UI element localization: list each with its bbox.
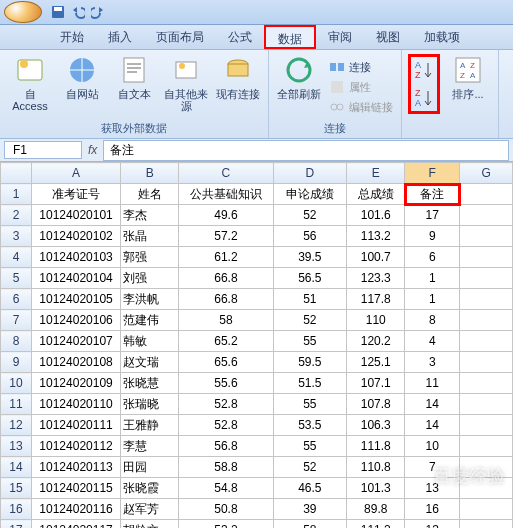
svg-point-14: [331, 104, 337, 110]
sort-desc-icon[interactable]: ZA: [413, 87, 435, 109]
formula-bar: F1 fx 备注: [0, 139, 513, 162]
table-row[interactable]: 1410124020113田园58.852110.87: [1, 457, 513, 478]
from-other-button[interactable]: 自其他来源: [162, 54, 210, 112]
svg-point-15: [337, 104, 343, 110]
name-box[interactable]: F1: [4, 141, 82, 159]
col-header-g[interactable]: G: [460, 163, 513, 184]
svg-text:A: A: [460, 61, 466, 70]
table-row[interactable]: 1010124020109张晓慧55.651.5107.111: [1, 373, 513, 394]
svg-rect-9: [228, 64, 248, 76]
group-connections: 全部刷新 连接 属性 编辑链接 连接: [269, 50, 402, 138]
group-external-label: 获取外部数据: [6, 119, 262, 136]
ribbon-tabs: 开始 插入 页面布局 公式 数据 审阅 视图 加载项: [0, 25, 513, 50]
tab-data[interactable]: 数据: [264, 25, 316, 49]
col-header-c[interactable]: C: [179, 163, 273, 184]
svg-text:A: A: [415, 98, 421, 108]
ribbon: 自 Access 自网站 自文本 自其他来源 现有连接 获取外部数据: [0, 50, 513, 139]
tab-pagelayout[interactable]: 页面布局: [144, 25, 216, 49]
grid[interactable]: A B C D E F G 1 准考证号 姓名 公共基础知识 申论成绩 总成绩 …: [0, 162, 513, 528]
svg-rect-5: [124, 58, 144, 82]
svg-rect-6: [176, 62, 196, 78]
tab-home[interactable]: 开始: [48, 25, 96, 49]
col-header-a[interactable]: A: [31, 163, 120, 184]
undo-icon[interactable]: [71, 5, 85, 19]
tab-view[interactable]: 视图: [364, 25, 412, 49]
table-row[interactable]: 310124020102张晶57.256113.29: [1, 226, 513, 247]
title-bar: [0, 0, 513, 25]
group-external-data: 自 Access 自网站 自文本 自其他来源 现有连接 获取外部数据: [0, 50, 269, 138]
table-row[interactable]: 210124020101李杰49.652101.617: [1, 205, 513, 226]
svg-text:Z: Z: [470, 61, 475, 70]
edit-links-button[interactable]: 编辑链接: [327, 98, 395, 116]
from-web-button[interactable]: 自网站: [58, 54, 106, 100]
table-row[interactable]: 1210124020111王雅静52.853.5106.314: [1, 415, 513, 436]
group-conn-label: 连接: [275, 119, 395, 136]
refresh-all-button[interactable]: 全部刷新: [275, 54, 323, 100]
table-row[interactable]: 710124020106范建伟58521108: [1, 310, 513, 331]
connections-button[interactable]: 连接: [327, 58, 395, 76]
from-access-label: 自 Access: [6, 88, 54, 112]
table-row[interactable]: 1710124020117胡龄文53.258111.213: [1, 520, 513, 529]
svg-point-3: [20, 60, 28, 68]
table-row[interactable]: 1110124020110张瑞晓52.855107.814: [1, 394, 513, 415]
sort-asc-icon[interactable]: AZ: [413, 59, 435, 81]
svg-point-7: [179, 63, 185, 69]
table-row[interactable]: 510124020104刘强66.856.5123.31: [1, 268, 513, 289]
sort-button[interactable]: AZZA 排序...: [444, 54, 492, 100]
svg-point-10: [288, 59, 310, 81]
table-row[interactable]: 610124020105李洪帆66.851117.81: [1, 289, 513, 310]
table-row[interactable]: 1510124020115张晓霞54.846.5101.313: [1, 478, 513, 499]
table-row[interactable]: 410124020103郭强61.239.5100.76: [1, 247, 513, 268]
tab-insert[interactable]: 插入: [96, 25, 144, 49]
refresh-all-label: 全部刷新: [277, 88, 321, 100]
svg-text:A: A: [415, 60, 421, 70]
properties-button[interactable]: 属性: [327, 78, 395, 96]
tab-review[interactable]: 审阅: [316, 25, 364, 49]
office-button[interactable]: [4, 1, 42, 23]
from-text-label: 自文本: [118, 88, 151, 100]
row-1[interactable]: 1 准考证号 姓名 公共基础知识 申论成绩 总成绩 备注: [1, 184, 513, 205]
svg-rect-12: [338, 63, 344, 71]
from-text-button[interactable]: 自文本: [110, 54, 158, 100]
group-sort: AZ ZA AZZA 排序...: [402, 50, 499, 138]
svg-text:A: A: [470, 71, 476, 80]
cell-f1[interactable]: 备注: [405, 184, 460, 205]
svg-text:Z: Z: [460, 71, 465, 80]
svg-rect-11: [330, 63, 336, 71]
from-access-button[interactable]: 自 Access: [6, 54, 54, 112]
from-other-label: 自其他来源: [162, 88, 210, 112]
formula-value[interactable]: 备注: [103, 140, 509, 161]
table-row[interactable]: 910124020108赵文瑞65.659.5125.13: [1, 352, 513, 373]
tab-addins[interactable]: 加载项: [412, 25, 472, 49]
existing-conn-label: 现有连接: [216, 88, 260, 100]
from-web-label: 自网站: [66, 88, 99, 100]
col-header-b[interactable]: B: [121, 163, 179, 184]
worksheet[interactable]: A B C D E F G 1 准考证号 姓名 公共基础知识 申论成绩 总成绩 …: [0, 162, 513, 528]
svg-rect-13: [331, 81, 343, 93]
select-all[interactable]: [1, 163, 32, 184]
fx-icon[interactable]: fx: [88, 143, 97, 157]
table-row[interactable]: 1310124020112李慧56.855111.810: [1, 436, 513, 457]
table-row[interactable]: 1610124020116赵军芳50.83989.816: [1, 499, 513, 520]
svg-text:Z: Z: [415, 88, 421, 98]
table-row[interactable]: 810124020107韩敏65.255120.24: [1, 331, 513, 352]
sort-label: 排序...: [452, 88, 483, 100]
svg-text:Z: Z: [415, 70, 421, 80]
svg-rect-1: [54, 7, 62, 11]
col-header-f[interactable]: F: [405, 163, 460, 184]
save-icon[interactable]: [51, 5, 65, 19]
col-header-e[interactable]: E: [347, 163, 405, 184]
tab-formulas[interactable]: 公式: [216, 25, 264, 49]
redo-icon[interactable]: [91, 5, 105, 19]
col-header-d[interactable]: D: [273, 163, 347, 184]
existing-conn-button[interactable]: 现有连接: [214, 54, 262, 100]
